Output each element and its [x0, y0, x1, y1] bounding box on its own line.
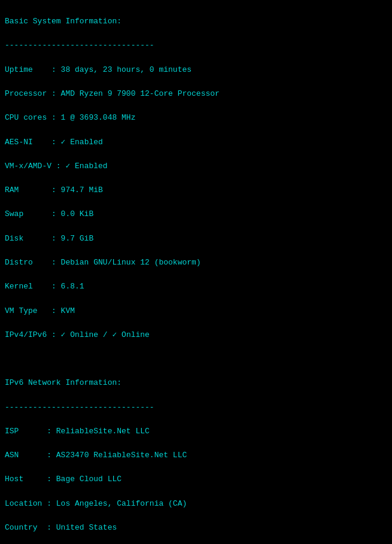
- distro-row: Distro : Debian GNU/Linux 12 (bookworm): [5, 258, 201, 267]
- host-row: Host : Bage Cloud LLC: [5, 475, 121, 484]
- uptime-row: Uptime : 38 days, 23 hours, 0 minutes: [5, 65, 192, 74]
- terminal-output: Basic System Information: --------------…: [5, 4, 387, 544]
- isp-row: ISP : ReliableSite.Net LLC: [5, 427, 150, 436]
- divider-2: --------------------------------: [5, 403, 154, 412]
- asn-row: ASN : AS23470 ReliableSite.Net LLC: [5, 451, 187, 460]
- ram-row: RAM : 974.7 MiB: [5, 186, 103, 194]
- processor-row: Processor : AMD Ryzen 9 7900 12-Core Pro…: [5, 89, 220, 98]
- basic-info-title: Basic System Information:: [5, 17, 121, 26]
- vmx-row: VM-x/AMD-V : ✓ Enabled: [5, 162, 108, 171]
- divider-1: --------------------------------: [5, 41, 154, 50]
- country-row: Country : United States: [5, 523, 117, 532]
- location-row: Location : Los Angeles, California (CA): [5, 499, 187, 508]
- aes-ni-row: AES-NI : ✓ Enabled: [5, 138, 103, 147]
- swap-row: Swap : 0.0 KiB: [5, 209, 93, 218]
- cpu-cores-row: CPU cores : 1 @ 3693.048 MHz: [5, 113, 135, 122]
- ipv46-row: IPv4/IPv6 : ✓ Online / ✓ Online: [5, 330, 150, 339]
- ipv6-title: IPv6 Network Information:: [5, 378, 121, 387]
- vm-type-row: VM Type : KVM: [5, 306, 75, 315]
- kernel-row: Kernel : 6.8.1: [5, 282, 84, 291]
- disk-row: Disk : 9.7 GiB: [5, 234, 93, 243]
